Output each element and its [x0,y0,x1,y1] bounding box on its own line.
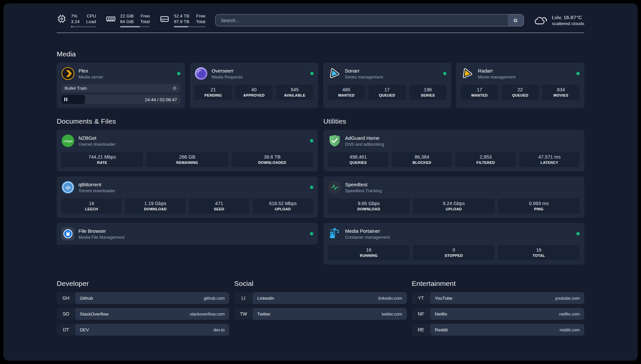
status-dot [576,232,580,235]
qbittorrent-icon: qb [61,181,75,194]
plex-icon [61,67,75,80]
cpu-widget: 7%3.24 CPULoad [57,13,96,27]
bookmark-abbr: NF [412,308,430,320]
bookmark-github[interactable]: GH Github github.com [57,292,229,304]
bookmark-dev[interactable]: DT DEV dev.to [57,324,229,336]
disk-icon [160,14,169,24]
section-title-utilities: Utilities [323,117,585,125]
service-description: Container management [345,235,390,240]
service-description: DNS and adblocking [345,142,384,147]
svg-text:qb: qb [66,185,70,190]
stat-running: 16 RUNNING [328,245,410,260]
memory-icon [106,14,116,24]
svg-text:nzbget: nzbget [63,139,73,143]
stat-movies: 834 MOVIES [542,85,580,100]
service-card-portainer: Media Portainer Container management 16 … [323,223,585,264]
stat-stopped: 0 STOPPED [413,245,495,260]
status-dot [310,72,314,75]
dashboard: 7%3.24 CPULoad [3,3,638,361]
service-name: File Browser [78,228,124,234]
status-dot [443,72,446,75]
bookmark-name: Netflix [435,312,447,317]
stat-approved: 40 APPROVED [235,85,273,100]
service-name: Media Portainer [345,228,390,234]
documents-section: Documents & Files nzbget NZBGet U [57,117,318,245]
bookmark-abbr: RE [412,324,430,336]
bookmark-name: Reddit [435,327,448,332]
stat-downloaded: 39.6 TB DOWNLOADED [231,152,313,167]
bookmark-name: Twitter [257,312,270,317]
service-description: Torrent downloader [78,188,115,193]
service-link-nzbget[interactable]: nzbget NZBGet Usenet downloader [61,134,313,147]
bookmark-youtube[interactable]: YT YouTube youtube.com [412,292,584,304]
service-name: Overseerr [212,68,243,74]
bookmark-name: Github [80,296,93,301]
service-link-portainer[interactable]: Media Portainer Container management [328,227,580,240]
search-provider-button[interactable]: G [508,15,524,26]
service-link-overseerr[interactable]: Overseerr Media Requests [195,67,314,80]
service-description: Usenet downloader [78,142,115,147]
stat-rate: 744.21 Mbps RATE [61,152,143,167]
service-name: Plex [78,68,103,74]
stat-ping: 0.993 ms PING [498,198,580,214]
bookmark-netflix[interactable]: NF Netflix netflix.com [412,308,584,320]
status-dot [310,232,313,235]
service-name: Sonarr [345,68,383,74]
player-progress[interactable]: 24:44 / 02:06:47 [61,95,180,104]
memory-values: 22 GiB64 GiB [120,13,134,24]
bookmark-reddit[interactable]: RE Reddit reddit.com [412,324,584,336]
speedtest-icon [328,181,341,194]
section-title-media: Media [57,50,584,58]
disk-values: 52.4 TB97.9 TB [174,13,189,24]
overseerr-icon [195,67,208,80]
search-input[interactable] [216,15,508,26]
service-card-adguard: AdGuard Home DNS and adblocking 498,461 … [323,130,585,171]
stat-wanted: 17 WANTED [461,85,498,100]
status-dot [576,72,580,75]
section-title-developer: Developer [57,280,229,288]
bookmark-url: linkedin.com [378,296,402,301]
service-link-filebrowser[interactable]: File Browser Media File Management [61,227,313,240]
stat-queued: 17 QUEUED [368,85,406,100]
bookmark-url: netflix.com [559,312,580,317]
stat-seed: 471 SEED [189,198,249,214]
status-dot [177,72,180,75]
disk-widget: 52.4 TB97.9 TB FreeTotal [160,13,205,27]
bookmark-url: github.com [204,296,225,301]
memory-progress-bar [120,26,150,27]
bookmark-url: stackoverflow.com [190,312,225,317]
weather-location-temp: Lviv, 16.87°C [552,14,584,21]
portainer-icon [328,227,341,240]
cpu-labels: CPULoad [86,13,96,24]
memory-widget: 22 GiB64 GiB FreeTotal [106,13,150,27]
service-link-radarr[interactable]: Radarr Movie management [461,67,580,80]
bookmark-url: youtube.com [555,296,580,301]
bookmark-stackoverflow[interactable]: SO StackOverflow stackoverflow.com [57,308,229,320]
service-link-speedtest[interactable]: Speedtest Speedtest Tracking [328,181,580,194]
bookmark-url: reddit.com [560,327,580,332]
stat-total: 16 TOTAL [498,245,580,260]
service-card-radarr: Radarr Movie management 17 WANTED 22 QUE… [456,63,584,108]
pause-icon[interactable] [64,98,67,101]
now-playing-row: Bullet Train [61,84,180,92]
service-card-nzbget: nzbget NZBGet Usenet downloader 744.21 M… [57,130,318,171]
player-time: 24:44 / 02:06:47 [145,97,177,102]
bookmark-abbr: YT [412,292,430,304]
service-card-plex: Plex Media server Bullet Train 24 [57,63,185,108]
service-description: Media server [78,75,103,79]
service-link-sonarr[interactable]: Sonarr Series management [328,67,447,80]
status-dot [310,186,313,189]
bookmark-name: LinkedIn [257,296,274,301]
bookmark-name: StackOverflow [80,312,108,317]
service-card-qbittorrent: qb qBittorrent Torrent downloader 16 LEE… [57,176,318,218]
bookmark-abbr: GH [57,292,75,304]
entertainment-section: Entertainment YT YouTube youtube.com NF … [412,280,584,336]
bookmark-linkedin[interactable]: LI LinkedIn linkedin.com [234,292,407,304]
service-name: qBittorrent [78,182,115,187]
bookmark-abbr: LI [234,292,253,304]
service-link-qbittorrent[interactable]: qb qBittorrent Torrent downloader [61,181,313,194]
service-link-plex[interactable]: Plex Media server [61,67,180,80]
service-link-adguard[interactable]: AdGuard Home DNS and adblocking [328,134,580,147]
bookmark-twitter[interactable]: TW Twitter twitter.com [234,308,407,320]
service-card-filebrowser: File Browser Media File Management [57,223,318,245]
